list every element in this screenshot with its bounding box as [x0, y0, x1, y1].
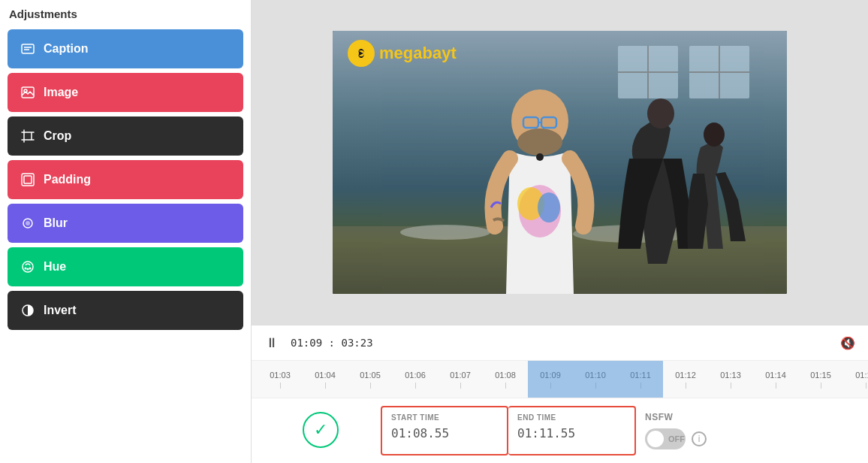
timeline-tick[interactable]: 01:07: [438, 371, 483, 389]
tick-label: 01:07: [450, 371, 471, 380]
logo-text: megabayt: [379, 44, 457, 63]
tick-label: 01:15: [810, 371, 831, 380]
tick-line: [415, 383, 416, 389]
nsfw-state: OFF: [668, 434, 685, 443]
confirm-area: ✓: [261, 406, 381, 448]
svg-point-18: [517, 129, 562, 156]
svg-rect-7: [24, 176, 32, 183]
tick-label: 01:16: [855, 371, 868, 380]
tick-label: 01:05: [360, 371, 381, 380]
timeline-section: ⏸ 01:09 : 03:23 🔇 01:0301:0401:0501:0601…: [252, 325, 868, 463]
adj-btn-image[interactable]: Image: [8, 73, 243, 112]
tick-line: [821, 383, 821, 389]
nsfw-label: NSFW: [645, 412, 707, 422]
video-container: megabayt: [252, 0, 868, 325]
tick-line: [731, 383, 731, 389]
svg-point-12: [27, 268, 29, 271]
end-time-group: END TIME 01:11.55: [508, 406, 636, 455]
timeline-tick[interactable]: 01:12: [663, 371, 708, 389]
blur-icon: [20, 215, 36, 232]
svg-rect-0: [22, 44, 34, 53]
video-frame: megabayt: [333, 31, 787, 294]
adj-btn-padding[interactable]: Padding: [8, 160, 243, 199]
tick-line: [460, 383, 461, 389]
tick-line: [776, 383, 776, 389]
timeline-tick[interactable]: 01:13: [708, 371, 753, 389]
tick-line: [686, 383, 686, 389]
adjustments-list: CaptionImageCropPaddingBlurHueInvert: [0, 25, 251, 463]
background-figures: [592, 83, 757, 294]
image-label: Image: [44, 86, 78, 99]
nsfw-row: OFF i: [645, 428, 707, 449]
adj-btn-crop[interactable]: Crop: [8, 117, 243, 156]
tick-label: 01:12: [675, 371, 696, 380]
svg-point-9: [26, 221, 30, 225]
timeline-tick[interactable]: 01:14: [753, 371, 798, 389]
end-time-value[interactable]: 01:11.55: [517, 426, 625, 440]
svg-rect-5: [24, 132, 32, 140]
tick-label: 01:14: [765, 371, 786, 380]
tick-line: [325, 383, 326, 389]
start-time-group: START TIME 01:08.55: [381, 406, 508, 455]
confirm-button[interactable]: ✓: [303, 412, 339, 448]
caption-icon: [20, 41, 36, 57]
mute-button[interactable]: 🔇: [836, 331, 859, 354]
image-icon: [20, 84, 36, 101]
timeline-tick[interactable]: 01:08: [483, 371, 528, 389]
time-display: 01:09 : 03:23: [291, 337, 829, 349]
playback-bar: ⏸ 01:09 : 03:23 🔇: [252, 325, 868, 361]
bottom-controls: ✓ START TIME 01:08.55 END TIME 01:11.55 …: [252, 398, 868, 463]
nsfw-toggle[interactable]: OFF: [645, 428, 686, 449]
padding-label: Padding: [44, 173, 91, 186]
hue-label: Hue: [44, 260, 66, 274]
timeline-tick[interactable]: 01:15: [798, 371, 843, 389]
tick-label: 01:04: [315, 371, 336, 380]
svg-point-24: [538, 192, 560, 222]
start-time-value[interactable]: 01:08.55: [391, 426, 498, 440]
presenter-figure: [472, 76, 607, 294]
hue-icon: [20, 259, 36, 275]
timeline-tick[interactable]: 01:04: [303, 371, 348, 389]
adj-btn-invert[interactable]: Invert: [8, 291, 243, 330]
tick-label: 01:06: [405, 371, 426, 380]
crop-icon: [20, 128, 36, 144]
timeline-tick[interactable]: 01:16: [843, 371, 868, 389]
right-area: megabayt: [252, 0, 868, 463]
adj-btn-hue[interactable]: Hue: [8, 247, 243, 286]
timeline-tick[interactable]: 01:03: [258, 371, 303, 389]
tick-label: 01:08: [495, 371, 516, 380]
invert-icon: [20, 302, 36, 319]
time-inputs-area: START TIME 01:08.55 END TIME 01:11.55 NS…: [381, 406, 859, 455]
adj-btn-caption[interactable]: Caption: [8, 29, 243, 68]
padding-icon: [20, 171, 36, 188]
caption-label: Caption: [44, 42, 89, 56]
pause-button[interactable]: ⏸: [261, 331, 283, 354]
timeline-inner: 01:0301:0401:0501:0601:0701:0801:0901:10…: [252, 361, 868, 398]
svg-point-13: [29, 268, 32, 270]
panel-title: Adjustments: [0, 0, 251, 25]
adjustments-panel: Adjustments CaptionImageCropPaddingBlurH…: [0, 0, 252, 463]
svg-point-26: [647, 98, 674, 129]
svg-point-25: [536, 153, 544, 161]
invert-label: Invert: [44, 304, 77, 317]
start-time-label: START TIME: [391, 413, 498, 422]
info-icon[interactable]: i: [692, 431, 707, 446]
timeline-ruler[interactable]: 01:0301:0401:0501:0601:0701:0801:0901:10…: [252, 361, 868, 398]
svg-point-27: [704, 123, 725, 147]
video-logo: megabayt: [348, 40, 457, 67]
timeline-tick[interactable]: 01:06: [393, 371, 438, 389]
nsfw-group: NSFW OFF i: [636, 406, 716, 455]
tick-label: 01:03: [270, 371, 291, 380]
tick-label: 01:13: [720, 371, 741, 380]
tick-line: [505, 383, 506, 389]
toggle-knob: [647, 431, 664, 447]
adj-btn-blur[interactable]: Blur: [8, 204, 243, 243]
tick-line: [866, 383, 866, 389]
logo-icon: [348, 40, 375, 67]
timeline-tick[interactable]: 01:05: [348, 371, 393, 389]
blur-label: Blur: [44, 216, 68, 230]
end-time-label: END TIME: [517, 413, 625, 422]
tick-line: [370, 383, 371, 389]
timeline-highlight: [528, 361, 663, 398]
tick-line: [280, 383, 281, 389]
